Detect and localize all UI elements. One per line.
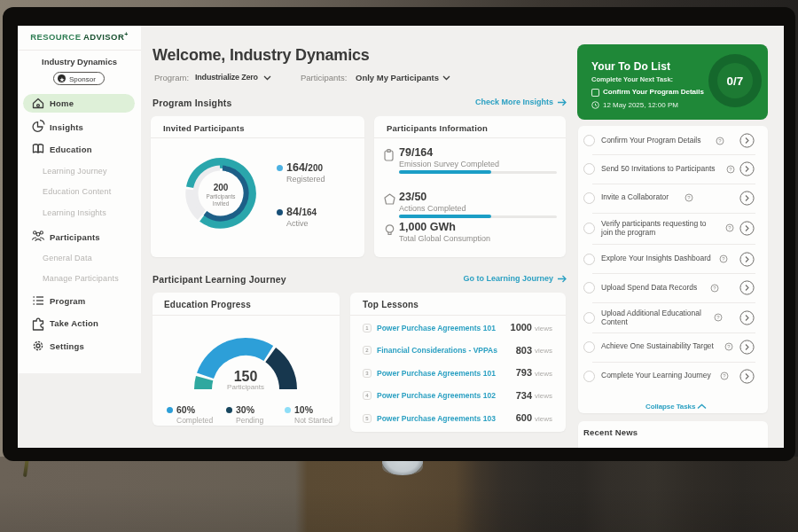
svg-text:?: ? bbox=[728, 225, 732, 231]
svg-text:?: ? bbox=[713, 286, 716, 291]
svg-text:?: ? bbox=[722, 256, 725, 262]
svg-text:?: ? bbox=[723, 373, 726, 379]
svg-text:?: ? bbox=[729, 167, 732, 172]
svg-text:?: ? bbox=[716, 315, 720, 320]
svg-text:?: ? bbox=[687, 195, 691, 200]
svg-text:?: ? bbox=[727, 344, 731, 349]
svg-text:?: ? bbox=[718, 138, 722, 144]
